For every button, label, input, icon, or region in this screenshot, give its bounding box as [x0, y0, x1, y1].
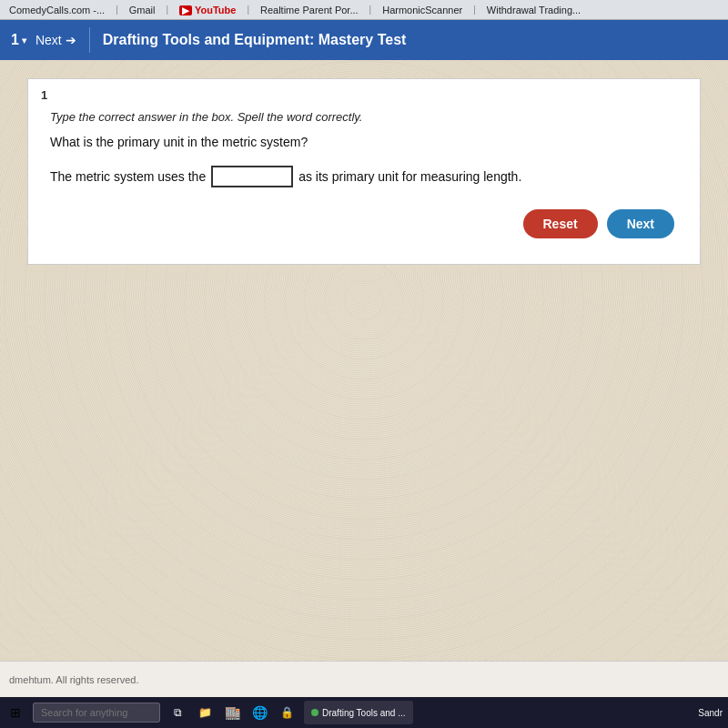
copyright-text: dmehtum. All rights reserved. — [9, 674, 138, 685]
question-text: What is the primary unit in the metric s… — [50, 135, 678, 149]
reset-button[interactable]: Reset — [523, 209, 598, 238]
taskbar-search-input[interactable] — [33, 703, 160, 723]
question-instruction: Type the correct answer in the box. Spel… — [50, 110, 678, 124]
main-content-area: 1 Type the correct answer in the box. Sp… — [0, 60, 728, 661]
tab-youtube[interactable]: ▶ YouTube — [174, 3, 241, 17]
answer-input[interactable] — [211, 166, 293, 187]
app-active-dot — [311, 709, 318, 716]
chevron-down-icon[interactable]: ▾ — [22, 35, 26, 46]
tab-comedycalls[interactable]: ComedyCalls.com -... — [4, 3, 110, 17]
tab-gmail[interactable]: Gmail — [124, 3, 161, 17]
toolbar-divider — [89, 27, 90, 53]
tab-withdrawal[interactable]: Withdrawal Trading... — [481, 3, 586, 17]
youtube-icon: ▶ — [179, 5, 192, 15]
browser-tabs-bar: ComedyCalls.com -... | Gmail | ▶ YouTube… — [0, 0, 728, 20]
task-view-icon[interactable]: ⧉ — [167, 703, 187, 723]
taskbar-user-label: Sandr — [698, 708, 723, 718]
page-number-value: 1 — [11, 32, 19, 48]
edge-icon[interactable]: 🌐 — [249, 703, 269, 723]
question-number: 1 — [41, 88, 47, 102]
fill-after-text: as its primary unit for measuring length… — [298, 169, 521, 184]
taskbar: ⊞ ⧉ 📁 🏬 🌐 🔒 Drafting Tools and ... Sandr — [0, 697, 728, 728]
page-number-control[interactable]: 1 ▾ — [11, 32, 26, 48]
taskbar-app-label: Drafting Tools and ... — [322, 708, 406, 718]
page-title: Drafting Tools and Equipment: Mastery Te… — [103, 32, 407, 48]
action-buttons-row: Reset Next — [50, 209, 678, 238]
file-explorer-icon[interactable]: 📁 — [195, 703, 215, 723]
lock-icon[interactable]: 🔒 — [277, 703, 297, 723]
next-button[interactable]: Next — [607, 209, 674, 238]
fill-before-text: The metric system uses the — [50, 169, 206, 184]
tab-harmonic[interactable]: HarmonicScanner — [377, 3, 468, 17]
tab-realtime[interactable]: Realtime Parent Por... — [255, 3, 364, 17]
store-icon[interactable]: 🏬 — [222, 703, 242, 723]
footer-bar: dmehtum. All rights reserved. — [0, 661, 728, 697]
next-toolbar-label: Next — [35, 33, 62, 47]
question-card: 1 Type the correct answer in the box. Sp… — [27, 78, 701, 265]
page-toolbar: 1 ▾ Next ➔ Drafting Tools and Equipment:… — [0, 20, 728, 60]
windows-start-icon[interactable]: ⊞ — [5, 703, 25, 723]
fill-in-blank-line: The metric system uses the as its primar… — [50, 166, 678, 187]
next-button-toolbar[interactable]: Next ➔ — [35, 33, 76, 47]
taskbar-app-drafting[interactable]: Drafting Tools and ... — [304, 701, 413, 724]
arrow-right-icon: ➔ — [66, 33, 76, 47]
